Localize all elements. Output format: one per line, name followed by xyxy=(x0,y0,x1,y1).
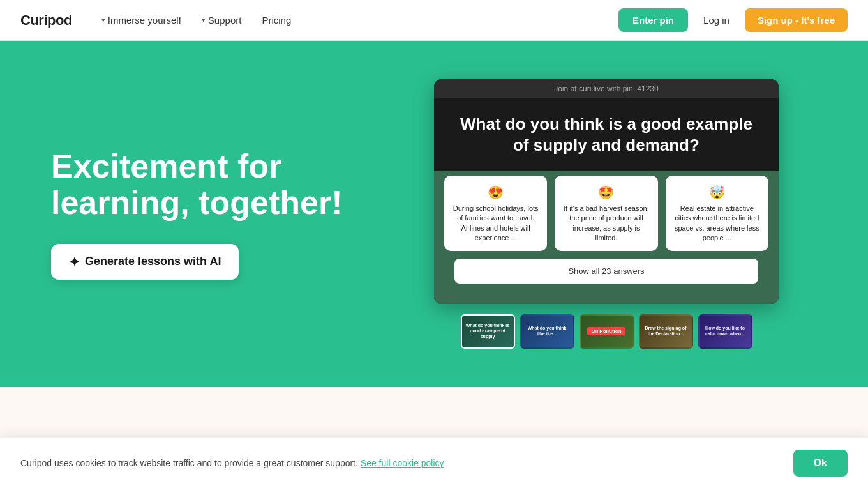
sparkle-icon: ✦ xyxy=(69,254,80,270)
cookie-text: Curipod uses cookies to track website tr… xyxy=(20,458,778,468)
emoji-1: 😍 xyxy=(452,183,539,201)
answer-card-2: 🤩 If it's a bad harvest season, the pric… xyxy=(555,176,657,251)
hero-title-line1: Excitement for xyxy=(51,148,281,185)
logo[interactable]: Curipod xyxy=(20,12,72,29)
chevron-down-icon: ▾ xyxy=(202,16,206,24)
nav-links: ▾ Immerse yourself ▾ Support Pricing xyxy=(93,10,300,31)
thumbnail-1[interactable]: What do you think is good example of sup… xyxy=(461,314,515,349)
answer-text-1: During school holidays, lots of families… xyxy=(452,204,539,243)
thumbnail-4-content: Draw the signing of the Declaration... xyxy=(640,316,692,347)
hero-section: Excitement for learning, together! ✦ Gen… xyxy=(0,41,868,387)
chevron-down-icon: ▾ xyxy=(101,16,105,24)
answer-text-2: If it's a bad harvest season, the price … xyxy=(562,204,650,243)
nav-immerse-yourself[interactable]: ▾ Immerse yourself xyxy=(93,10,190,31)
thumbnail-2-content: What do you think like the... xyxy=(521,316,573,347)
thumbnail-1-content: What do you think is good example of sup… xyxy=(462,316,514,347)
answer-card-3: 🤯 Real estate in attractive cities where… xyxy=(666,176,768,251)
answer-card-1: 😍 During school holidays, lots of famili… xyxy=(444,176,547,251)
login-button[interactable]: Log in xyxy=(696,10,737,31)
navbar: Curipod ▾ Immerse yourself ▾ Support Pri… xyxy=(0,0,868,41)
thumbnail-3-content: Oil Pollution xyxy=(581,316,632,347)
thumbnail-5-content: How do you like to calm down when... xyxy=(700,316,751,347)
hero-title-line2: learning, together! xyxy=(51,184,342,221)
preview-thumbnails: What do you think is good example of sup… xyxy=(461,314,752,349)
cookie-policy-link[interactable]: See full cookie policy xyxy=(361,458,444,468)
signup-button[interactable]: Sign up - It's free xyxy=(745,8,848,32)
preview-question: What do you think is a good example of s… xyxy=(434,98,779,171)
generate-lessons-label: Generate lessons with AI xyxy=(85,255,221,268)
nav-pricing-label: Pricing xyxy=(262,15,291,26)
nav-right: Enter pin Log in Sign up - It's free xyxy=(618,8,848,32)
generate-lessons-button[interactable]: ✦ Generate lessons with AI xyxy=(51,244,239,280)
nav-left: Curipod ▾ Immerse yourself ▾ Support Pri… xyxy=(20,10,300,31)
hero-title: Excitement for learning, together! xyxy=(51,148,370,221)
preview-card: Join at curi.live with pin: 41230 What d… xyxy=(434,79,779,304)
thumbnail-3[interactable]: Oil Pollution xyxy=(580,314,634,349)
emoji-2: 🤩 xyxy=(562,183,650,201)
nav-pricing[interactable]: Pricing xyxy=(253,10,300,31)
preview-header: Join at curi.live with pin: 41230 xyxy=(434,79,779,98)
show-all-answers[interactable]: Show all 23 answers xyxy=(454,259,758,284)
nav-support[interactable]: ▾ Support xyxy=(193,10,251,31)
enter-pin-button[interactable]: Enter pin xyxy=(618,8,688,32)
thumbnail-2[interactable]: What do you think like the... xyxy=(520,314,574,349)
hero-content: Excitement for learning, together! ✦ Gen… xyxy=(51,148,370,280)
answer-text-3: Real estate in attractive cities where t… xyxy=(673,204,761,243)
emoji-3: 🤯 xyxy=(673,183,761,201)
cookie-banner: Curipod uses cookies to track website tr… xyxy=(0,438,868,488)
thumbnail-4[interactable]: Draw the signing of the Declaration... xyxy=(639,314,693,349)
preview-answers: 😍 During school holidays, lots of famili… xyxy=(444,176,768,259)
hero-preview: Join at curi.live with pin: 41230 What d… xyxy=(370,79,817,349)
preview-question-text: What do you think is a good example of s… xyxy=(454,114,758,155)
cookie-ok-button[interactable]: Ok xyxy=(793,450,848,477)
logo-text: Curipod xyxy=(20,12,72,29)
thumbnail-5[interactable]: How do you like to calm down when... xyxy=(698,314,752,349)
nav-immerse-label: Immerse yourself xyxy=(108,15,181,26)
nav-support-label: Support xyxy=(208,15,242,26)
